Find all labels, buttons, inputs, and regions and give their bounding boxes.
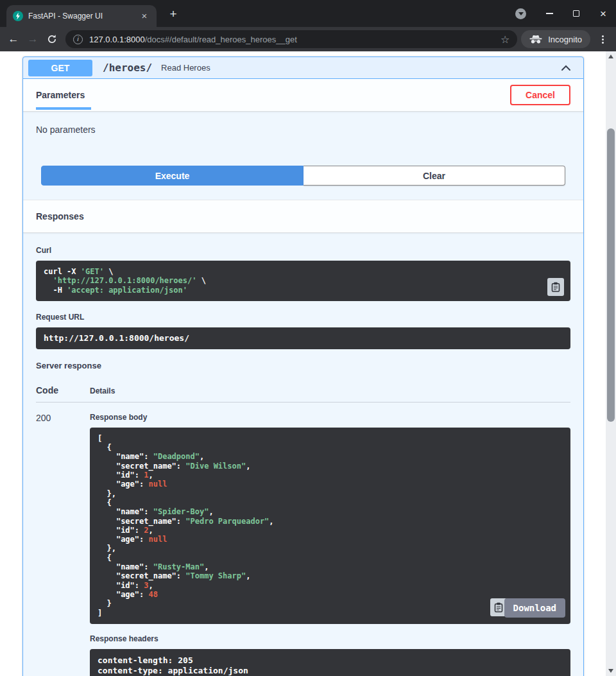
responses-title: Responses xyxy=(36,211,84,221)
incognito-icon xyxy=(529,35,542,44)
back-button[interactable]: ← xyxy=(4,30,23,49)
window-close-button[interactable]: × xyxy=(594,4,612,22)
response-body-block: [ { "name": "Deadpond", "secret_name": "… xyxy=(90,428,570,624)
url-path: /docs#/default/read_heroes_heroes__get xyxy=(145,35,297,44)
maximize-button[interactable] xyxy=(567,4,585,22)
parameters-tab[interactable]: Parameters xyxy=(36,90,85,100)
request-url-label: Request URL xyxy=(36,313,570,322)
url-bar[interactable]: i 127.0.0.1:8000/docs#/default/read_hero… xyxy=(65,30,517,48)
scroll-down-icon xyxy=(608,669,613,673)
response-body-label: Response body xyxy=(90,413,570,422)
clipboard-icon xyxy=(551,282,560,292)
execute-button[interactable]: Execute xyxy=(41,166,304,186)
response-headers-block: content-length: 205content-type: applica… xyxy=(90,649,570,676)
window-controls: × xyxy=(515,0,612,27)
response-row-200: 200 Response body [ { "name": "Deadpond"… xyxy=(36,403,570,676)
status-code: 200 xyxy=(36,413,90,676)
response-body-code: [ { "name": "Deadpond", "secret_name": "… xyxy=(98,434,563,618)
parameters-section-header: Parameters Cancel xyxy=(23,79,583,112)
bookmark-star-icon[interactable]: ☆ xyxy=(501,33,509,46)
browser-navbar: ← → i 127.0.0.1:8000/docs#/default/read_… xyxy=(0,27,616,51)
forward-button[interactable]: → xyxy=(23,30,42,49)
code-column-header: Code xyxy=(36,385,90,395)
incognito-label: Incognito xyxy=(548,35,582,44)
details-column-header: Details xyxy=(90,385,570,395)
endpoint-summary: Read Heroes xyxy=(161,63,559,73)
reload-button[interactable] xyxy=(42,30,62,49)
browser-titlebar: FastAPI - Swagger UI × + × xyxy=(0,0,616,27)
reload-icon xyxy=(47,34,57,44)
download-button[interactable]: Download xyxy=(504,598,565,618)
clear-button[interactable]: Clear xyxy=(304,166,565,186)
fastapi-favicon-icon xyxy=(13,11,23,21)
copy-curl-button[interactable] xyxy=(547,278,564,296)
site-info-icon[interactable]: i xyxy=(73,35,83,44)
tab-title: FastAPI - Swagger UI xyxy=(28,12,139,21)
opblock-summary[interactable]: GET /heroes/ Read Heroes xyxy=(23,57,583,79)
no-parameters-message: No parameters xyxy=(23,112,583,150)
endpoint-path: /heroes/ xyxy=(103,62,152,74)
scroll-up-button[interactable] xyxy=(606,51,616,62)
tab-close-icon[interactable]: × xyxy=(139,10,150,22)
browser-menu-button[interactable] xyxy=(593,30,612,49)
browser-update-icon[interactable] xyxy=(515,8,526,19)
curl-label: Curl xyxy=(36,246,570,255)
url-text[interactable]: 127.0.0.1:8000/docs#/default/read_heroes… xyxy=(89,35,501,44)
maximize-icon xyxy=(573,10,579,17)
new-tab-button[interactable]: + xyxy=(166,6,181,22)
curl-command-block: curl -X 'GET' \ 'http://127.0.0.1:8000/h… xyxy=(36,261,570,301)
minimize-button[interactable] xyxy=(540,4,558,22)
server-response-label: Server response xyxy=(36,361,570,370)
kebab-menu-icon xyxy=(602,39,604,40)
responses-body: Curl curl -X 'GET' \ 'http://127.0.0.1:8… xyxy=(23,233,583,676)
swagger-page: GET /heroes/ Read Heroes Parameters Canc… xyxy=(0,51,606,676)
response-table-header: Code Details xyxy=(36,376,570,403)
url-host: 127.0.0.1:8000 xyxy=(89,35,145,44)
page-scrollbar[interactable] xyxy=(606,51,616,676)
minimize-icon xyxy=(546,13,553,14)
scroll-down-button[interactable] xyxy=(606,666,616,676)
scrollbar-thumb[interactable] xyxy=(607,128,615,422)
cancel-button[interactable]: Cancel xyxy=(510,85,570,105)
clipboard-icon xyxy=(494,602,503,612)
opblock-get-heroes: GET /heroes/ Read Heroes Parameters Canc… xyxy=(22,56,584,676)
request-url-block: http://127.0.0.1:8000/heroes/ xyxy=(36,327,570,349)
response-headers-label: Response headers xyxy=(90,634,570,643)
scroll-up-icon xyxy=(608,55,613,58)
active-tab-indicator xyxy=(36,107,91,110)
responses-section-header: Responses xyxy=(23,200,583,233)
browser-tab[interactable]: FastAPI - Swagger UI × xyxy=(6,5,157,27)
collapse-chevron-icon[interactable] xyxy=(559,61,573,75)
execute-row: Execute Clear xyxy=(23,150,583,200)
incognito-badge: Incognito xyxy=(521,30,590,48)
http-method-badge: GET xyxy=(28,60,92,76)
